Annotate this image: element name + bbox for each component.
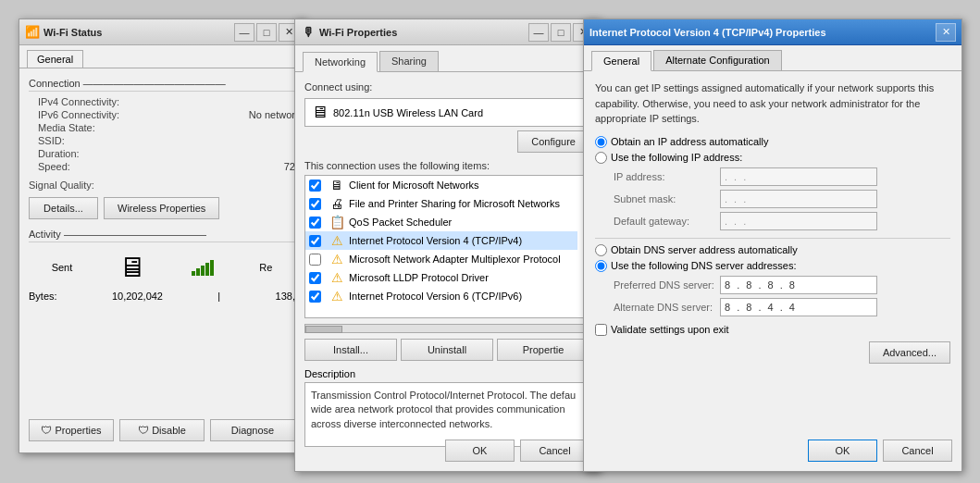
signal-bars-icon [192, 259, 214, 276]
item-check-multiplexor[interactable] [309, 254, 321, 266]
configure-btn[interactable]: Configure [517, 130, 589, 153]
manual-ip-radio[interactable] [595, 152, 607, 164]
item-label-ipv4: Internet Protocol Version 4 (TCP/IPv4) [349, 235, 522, 246]
ipv4-item-icon: ⚠ [329, 233, 345, 248]
ip-address-row: IP address: . . . [614, 167, 950, 186]
auto-dns-radio[interactable] [595, 244, 607, 256]
preferred-dns-field-label: Preferred DNS server: [614, 279, 720, 291]
wifi-properties-title-left: 🎙 Wi-Fi Properties [301, 25, 397, 40]
item-label-client: Client for Microsoft Networks [349, 180, 479, 191]
tcpip-ok-btn[interactable]: OK [808, 440, 877, 462]
list-item-client[interactable]: 🖥 Client for Microsoft Networks [305, 176, 577, 194]
scrollbar-thumb[interactable] [305, 326, 342, 333]
manual-ip-label: Use the following IP address: [611, 152, 742, 163]
validate-checkbox[interactable] [595, 324, 607, 336]
item-properties-btn[interactable]: Propertie [497, 339, 589, 361]
shield-icon-2: 🛡 [138, 424, 149, 437]
wireless-properties-btn[interactable]: Wireless Properties [104, 197, 219, 219]
item-check-qos[interactable] [309, 217, 321, 229]
ipv6-label: IPv6 Connectivity: [38, 109, 119, 120]
duration-label: Duration: [38, 148, 80, 159]
manual-dns-label: Use the following DNS server addresses: [611, 260, 797, 271]
items-list-wrapper: 🖥 Client for Microsoft Networks 🖨 File a… [304, 175, 589, 318]
list-item-ipv4[interactable]: ⚠ Internet Protocol Version 4 (TCP/IPv4) [305, 231, 577, 250]
manual-dns-radio[interactable] [595, 260, 607, 272]
subnet-placeholder: . . . [725, 193, 748, 204]
item-check-ipv4[interactable] [309, 235, 321, 247]
item-label-qos: QoS Packet Scheduler [349, 217, 452, 228]
info-row-ssid: SSID: [38, 134, 295, 147]
horizontal-scrollbar[interactable] [304, 324, 589, 333]
subnet-mask-input[interactable]: . . . [720, 190, 877, 208]
props-ok-btn[interactable]: OK [445, 440, 515, 462]
item-check-ipv6[interactable] [309, 291, 321, 303]
disable-btn[interactable]: 🛡 Disable [119, 419, 205, 441]
properties-btn[interactable]: 🛡 Properties [29, 419, 114, 441]
wifi-properties-maximize-btn[interactable]: □ [551, 23, 571, 42]
auto-dns-label: Obtain DNS server address automatically [611, 244, 798, 255]
client-icon: 🖥 [329, 178, 345, 192]
auto-ip-label: Obtain an IP address automatically [611, 136, 768, 147]
default-gateway-row: Default gateway: . . . [614, 212, 950, 230]
info-row-ipv6: IPv6 Connectivity: No networ [38, 108, 295, 121]
tab-tcpip-general[interactable]: General [591, 51, 651, 71]
tab-networking[interactable]: Networking [303, 52, 378, 72]
diagnose-btn[interactable]: Diagnose [210, 419, 295, 441]
install-btn[interactable]: Install... [304, 339, 397, 361]
preferred-dns-input[interactable]: 8 . 8 . 8 . 8 [720, 276, 877, 294]
item-check-client[interactable] [309, 180, 321, 192]
wifi-status-minimize-btn[interactable]: — [234, 23, 254, 42]
connect-using-label: Connect using: [304, 81, 589, 93]
wifi-status-title-icon: 📶 [25, 25, 40, 40]
tcpip-title-left: Internet Protocol Version 4 (TCP/IPv4) P… [589, 27, 826, 38]
adapter-icon: 🖥 [311, 103, 328, 122]
ssid-label: SSID: [38, 135, 65, 146]
status-action-buttons: 🛡 Properties 🛡 Disable Diagnose [29, 419, 295, 441]
validate-label: Validate settings upon exit [611, 324, 729, 335]
gateway-placeholder: . . . [725, 216, 748, 227]
info-row-media: Media State: [38, 121, 295, 134]
item-check-fileprinter[interactable] [309, 198, 321, 210]
divider-1 [595, 238, 950, 239]
tab-tcpip-alternate[interactable]: Alternate Configuration [653, 50, 782, 70]
ip-fields-group: IP address: . . . Subnet mask: . . . Def… [614, 167, 950, 230]
tab-general[interactable]: General [27, 50, 83, 68]
tcpip-cancel-btn[interactable]: Cancel [883, 440, 952, 462]
dns-section: Obtain DNS server address automatically … [595, 244, 950, 316]
auto-ip-radio[interactable] [595, 136, 607, 148]
qos-icon: 📋 [329, 215, 345, 229]
tab-sharing[interactable]: Sharing [379, 51, 439, 71]
signal-label: Signal Quality: [29, 180, 94, 191]
list-item-ipv6[interactable]: ⚠ Internet Protocol Version 6 (TCP/IPv6) [305, 287, 577, 305]
item-label-ipv6: Internet Protocol Version 6 (TCP/IPv6) [349, 291, 522, 302]
fileprinter-icon: 🖨 [329, 196, 345, 211]
adapter-row: 🖥 802.11n USB Wireless LAN Card [304, 98, 589, 127]
wifi-properties-title-icon: 🎙 [301, 25, 316, 40]
details-btn[interactable]: Details... [29, 197, 98, 219]
alternate-dns-input[interactable]: 8 . 8 . 4 . 4 [720, 298, 877, 316]
bytes-received: 138, [276, 291, 295, 302]
item-check-lldp[interactable] [309, 272, 321, 284]
wifi-properties-minimize-btn[interactable]: — [528, 23, 549, 42]
description-box: Transmission Control Protocol/Internet P… [304, 382, 589, 447]
uninstall-btn[interactable]: Uninstall [401, 339, 493, 361]
list-item-fileprinter[interactable]: 🖨 File and Printer Sharing for Microsoft… [305, 194, 577, 213]
items-list: 🖥 Client for Microsoft Networks 🖨 File a… [304, 175, 589, 318]
props-cancel-btn[interactable]: Cancel [520, 440, 589, 462]
wifi-status-window: 📶 Wi-Fi Status — □ ✕ General Connection … [19, 19, 305, 453]
tcpip-close-btn[interactable]: ✕ [936, 23, 956, 42]
multiplexor-icon: ⚠ [329, 252, 345, 266]
advanced-btn[interactable]: Advanced... [869, 341, 950, 364]
advanced-row: Advanced... [595, 341, 950, 364]
description-label: Description [304, 368, 589, 379]
list-item-qos[interactable]: 📋 QoS Packet Scheduler [305, 213, 577, 231]
wifi-status-maximize-btn[interactable]: □ [256, 23, 277, 42]
sent-label: Sent [52, 262, 73, 273]
default-gateway-input[interactable]: . . . [720, 212, 877, 230]
props-bottom-buttons: OK Cancel [304, 440, 589, 462]
list-item-lldp[interactable]: ⚠ Microsoft LLDP Protocol Driver [305, 268, 577, 287]
alternate-dns-row: Alternate DNS server: 8 . 8 . 4 . 4 [614, 298, 950, 316]
ip-address-input[interactable]: . . . [720, 167, 877, 186]
info-row-signal: Signal Quality: [29, 179, 295, 192]
list-item-multiplexor[interactable]: ⚠ Microsoft Network Adapter Multiplexor … [305, 250, 577, 268]
